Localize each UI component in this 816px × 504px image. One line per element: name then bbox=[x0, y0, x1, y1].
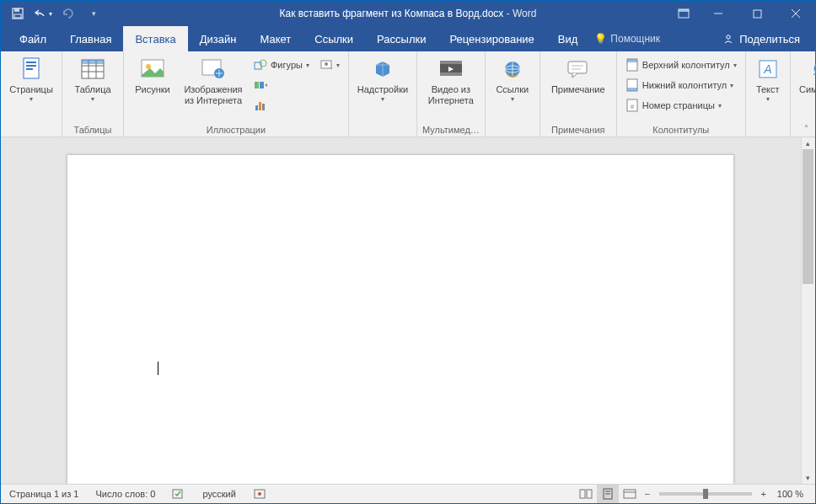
table-dropdown[interactable]: Таблица▾ bbox=[67, 54, 118, 106]
maximize-button[interactable] bbox=[738, 1, 776, 26]
header-dropdown[interactable]: Верхний колонтитул▾ bbox=[622, 56, 740, 74]
links-dropdown[interactable]: Ссылки▾ bbox=[491, 54, 534, 106]
screenshot-dropdown[interactable]: ▾ bbox=[316, 56, 343, 74]
online-pictures-button[interactable]: Изображенияиз Интернета bbox=[180, 54, 247, 106]
screenshot-icon bbox=[319, 58, 333, 72]
zoom-level[interactable]: 100 % bbox=[770, 485, 815, 503]
illustrations-mini2: ▾ bbox=[316, 54, 343, 74]
illustrations-mini: Фигуры▾ bbox=[250, 54, 313, 115]
svg-point-25 bbox=[260, 60, 266, 67]
collapse-ribbon[interactable]: ˄ bbox=[804, 124, 808, 133]
zoom-in-button[interactable]: + bbox=[757, 489, 770, 499]
doc-name: Как вставить фрагмент из Компаса в Ворд.… bbox=[280, 8, 504, 19]
group-illustrations: Рисунки Изображенияиз Интернета Фигуры▾ … bbox=[124, 51, 349, 137]
svg-rect-34 bbox=[440, 61, 462, 64]
web-layout-button[interactable] bbox=[619, 485, 641, 503]
tab-review[interactable]: Рецензирование bbox=[438, 26, 545, 51]
document-area: ▴ ▾ bbox=[1, 137, 815, 484]
tab-home[interactable]: Главная bbox=[58, 26, 123, 51]
comment-button[interactable]: Примечание bbox=[545, 54, 611, 106]
scroll-up-arrow[interactable]: ▴ bbox=[801, 137, 815, 149]
zoom-slider[interactable] bbox=[659, 492, 752, 496]
close-button[interactable] bbox=[776, 1, 815, 26]
group-pages: Страницы▾ bbox=[1, 51, 62, 137]
vertical-scrollbar[interactable]: ▴ ▾ bbox=[801, 137, 815, 484]
symbols-dropdown[interactable]: Ω Символы▾ bbox=[796, 54, 816, 106]
svg-rect-44 bbox=[627, 88, 637, 91]
table-icon bbox=[79, 56, 106, 83]
qat-customize[interactable]: ▾ bbox=[83, 3, 104, 24]
group-links: Ссылки▾ bbox=[486, 51, 540, 137]
tab-design[interactable]: Дизайн bbox=[188, 26, 249, 51]
share-icon bbox=[722, 33, 734, 45]
document-page[interactable] bbox=[67, 154, 734, 484]
svg-text:#: # bbox=[631, 103, 635, 110]
svg-rect-38 bbox=[568, 62, 587, 73]
svg-text:A: A bbox=[763, 62, 771, 76]
footer-icon bbox=[625, 78, 639, 92]
svg-rect-19 bbox=[82, 60, 104, 64]
svg-rect-2 bbox=[14, 14, 21, 18]
window-title: Как вставить фрагмент из Компаса в Ворд.… bbox=[280, 8, 537, 19]
scroll-down-arrow[interactable]: ▾ bbox=[801, 472, 815, 484]
tab-view[interactable]: Вид bbox=[546, 26, 590, 51]
app-name: Word bbox=[513, 8, 536, 19]
page-number-icon: # bbox=[625, 99, 639, 112]
group-text: A Текст▾ bbox=[746, 51, 791, 137]
chart-icon bbox=[254, 99, 267, 112]
svg-rect-53 bbox=[580, 490, 585, 498]
language-indicator[interactable]: русский bbox=[194, 485, 244, 503]
svg-rect-4 bbox=[679, 9, 689, 12]
textbox-icon: A bbox=[754, 56, 781, 83]
tab-file[interactable]: Файл bbox=[8, 26, 58, 51]
print-layout-button[interactable] bbox=[597, 485, 619, 503]
chart-button[interactable] bbox=[250, 96, 313, 115]
ribbon-display-options[interactable] bbox=[668, 1, 699, 26]
zoom-out-button[interactable]: − bbox=[641, 489, 654, 499]
group-headerfooter: Верхний колонтитул▾ Нижний колонтитул▾ #… bbox=[617, 51, 746, 137]
undo-button[interactable]: ▾ bbox=[33, 3, 53, 24]
svg-rect-42 bbox=[627, 59, 637, 62]
lightbulb-icon: 💡 bbox=[594, 33, 607, 45]
video-icon bbox=[438, 56, 464, 83]
svg-rect-6 bbox=[754, 10, 761, 18]
footer-dropdown[interactable]: Нижний колонтитул▾ bbox=[622, 76, 740, 94]
shapes-dropdown[interactable]: Фигуры▾ bbox=[250, 56, 313, 74]
word-count[interactable]: Число слов: 0 bbox=[87, 485, 164, 503]
header-icon bbox=[625, 58, 639, 72]
tab-insert[interactable]: Вставка bbox=[123, 26, 187, 51]
page-number-dropdown[interactable]: #Номер страницы▾ bbox=[622, 96, 740, 115]
svg-point-9 bbox=[727, 35, 730, 39]
group-media: Видео изИнтернета Мультимед… bbox=[417, 51, 486, 137]
pages-dropdown[interactable]: Страницы▾ bbox=[6, 54, 56, 106]
ribbon-tabs: Файл Главная Вставка Дизайн Макет Ссылки… bbox=[1, 26, 815, 51]
svg-rect-12 bbox=[26, 65, 36, 67]
svg-point-32 bbox=[325, 62, 328, 66]
pictures-button[interactable]: Рисунки bbox=[129, 54, 176, 106]
text-dropdown[interactable]: A Текст▾ bbox=[751, 54, 785, 106]
tab-references[interactable]: Ссылки bbox=[303, 26, 365, 51]
titlebar: ▾ ▾ Как вставить фрагмент из Компаса в В… bbox=[1, 1, 815, 26]
minimize-button[interactable] bbox=[699, 1, 738, 26]
proofing-button[interactable] bbox=[164, 485, 194, 503]
tab-mailings[interactable]: Рассылки bbox=[365, 26, 438, 51]
smartart-icon bbox=[254, 78, 267, 92]
share-button[interactable]: Поделиться bbox=[707, 26, 815, 51]
svg-rect-26 bbox=[255, 82, 259, 88]
tell-me[interactable]: 💡 Помощник bbox=[594, 26, 660, 51]
smartart-button[interactable] bbox=[250, 76, 313, 94]
addins-dropdown[interactable]: Надстройки▾ bbox=[354, 54, 411, 106]
redo-button[interactable] bbox=[58, 3, 78, 24]
page-indicator[interactable]: Страница 1 из 1 bbox=[1, 485, 87, 503]
save-button[interactable] bbox=[8, 3, 28, 24]
macro-button[interactable] bbox=[244, 485, 275, 503]
read-mode-button[interactable] bbox=[575, 485, 597, 503]
window-controls bbox=[668, 1, 815, 26]
scroll-thumb[interactable] bbox=[803, 149, 813, 284]
tab-layout[interactable]: Макет bbox=[248, 26, 303, 51]
svg-rect-35 bbox=[440, 72, 462, 76]
svg-rect-13 bbox=[26, 68, 33, 70]
svg-text:Ω: Ω bbox=[813, 60, 816, 78]
svg-rect-1 bbox=[14, 8, 19, 12]
online-video-button[interactable]: Видео изИнтернета bbox=[423, 54, 479, 106]
